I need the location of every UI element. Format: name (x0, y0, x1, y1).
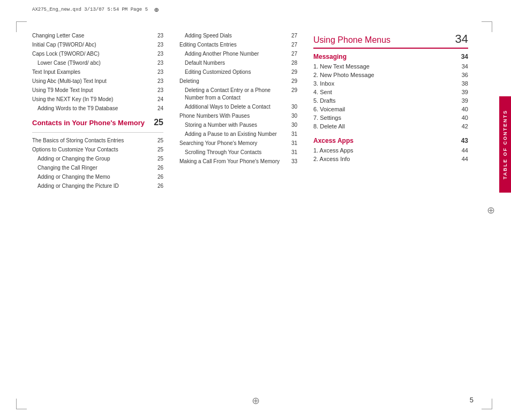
right-toc-entry: 4. Sent 39 (313, 89, 468, 95)
toc-entry: Adding or Changing the Group 25 (32, 155, 163, 163)
right-toc-num: 44 (462, 156, 468, 162)
right-toc-entry: 7. Settings 40 (313, 114, 468, 121)
toc-entry: Deleting a Contact Entry or a Phone Numb… (179, 87, 297, 102)
toc-num: 29 (287, 78, 297, 84)
toc-num: 24 (153, 96, 163, 102)
toc-label: Lower Case (T9word/ abc) (32, 59, 150, 67)
print-header: AX275_Eng_new.qxd 3/13/07 5:54 PM Page 5 (32, 5, 161, 14)
corner-mark-br (482, 399, 492, 409)
toc-num: 23 (153, 60, 163, 66)
toc-num: 33 (287, 158, 297, 164)
axcess-title: Axcess Apps (313, 137, 354, 144)
right-toc-label: 7. Settings (313, 114, 341, 121)
toc-entry: Initial Cap (T9WORD/ Abc) 23 (32, 41, 163, 49)
toc-entry: Adding a Pause to an Existing Number 31 (179, 131, 297, 138)
toc-num: 31 (287, 131, 297, 137)
messaging-num: 34 (461, 53, 468, 60)
toc-label: Using T9 Mode Text Input (32, 87, 150, 94)
col-right: Using Phone Menus 34 Messaging 34 1. New… (305, 32, 468, 393)
section-num: 25 (153, 118, 163, 127)
toc-entry: Options to Customize Your Contacts 25 (32, 146, 163, 154)
toc-label: Options to Customize Your Contacts (32, 146, 150, 154)
toc-entry: Adding Speed Dials 27 (179, 32, 297, 40)
toc-entry: Caps Lock (T9WORD/ ABC) 23 (32, 50, 163, 58)
right-toc-num: 40 (462, 114, 468, 121)
toc-label: Storing a Number with Pauses (179, 121, 284, 129)
right-toc-label: 2. Axcess Info (313, 156, 350, 162)
toc-entry: Scrolling Through Your Contacts 31 (179, 149, 297, 156)
toc-num: 25 (153, 138, 163, 143)
toc-entry: Adding Another Phone Number 27 (179, 50, 297, 58)
toc-num: 26 (153, 183, 163, 189)
toc-label: Initial Cap (T9WORD/ Abc) (32, 41, 150, 49)
right-toc-label: 5. Drafts (313, 97, 336, 104)
toc-label: Changing the Call Ringer (32, 164, 150, 172)
toc-num: 29 (287, 69, 297, 75)
toc-section-contacts: Contacts in Your Phone's Memory 25 (32, 118, 163, 128)
toc-num: 31 (287, 149, 297, 155)
toc-entry: Text Input Examples 23 (32, 68, 163, 76)
toc-num: 25 (153, 147, 163, 152)
toc-entry: Changing the Call Ringer 26 (32, 164, 163, 172)
right-section-num: 34 (455, 32, 468, 46)
toc-entry: Additional Ways to Delete a Contact 30 (179, 103, 297, 111)
page: AX275_Eng_new.qxd 3/13/07 5:54 PM Page 5… (0, 0, 511, 420)
toc-label: Making a Call From Your Phone's Memory (179, 158, 284, 165)
messaging-header: Messaging 34 (313, 53, 468, 60)
toc-entry: Deleting 29 (179, 78, 297, 85)
section-label: Contacts in Your Phone's Memory (32, 118, 150, 128)
section-divider (32, 132, 163, 133)
toc-num: 27 (287, 51, 297, 57)
toc-entry: Using Abc (Multi-tap) Text Input 23 (32, 78, 163, 85)
toc-num: 28 (287, 60, 297, 66)
toc-label: Deleting (179, 78, 284, 85)
toc-entry: Storing a Number with Pauses 30 (179, 121, 297, 129)
toc-label: Editing Customized Options (179, 68, 284, 76)
right-toc-num: 42 (462, 123, 468, 129)
toc-num: 23 (153, 42, 163, 48)
toc-label: Text Input Examples (32, 68, 150, 76)
toc-entry: Default Numbers 28 (179, 59, 297, 67)
toc-label: Changing Letter Case (32, 32, 150, 40)
toc-num: 30 (287, 122, 297, 128)
right-toc-num: 38 (462, 80, 468, 87)
side-tab: TABLE OF CONTENTS (499, 96, 511, 193)
toc-num: 23 (153, 87, 163, 93)
right-toc-num: 40 (462, 106, 468, 112)
toc-label: Adding Another Phone Number (179, 50, 284, 58)
toc-label: Adding a Pause to an Existing Number (179, 131, 284, 138)
toc-label: Adding or Changing the Group (32, 155, 150, 163)
right-toc-entry: 5. Drafts 39 (313, 97, 468, 104)
corner-mark-tr (482, 21, 492, 32)
toc-label: Default Numbers (179, 59, 284, 67)
toc-num: 31 (287, 140, 297, 146)
print-header-text: AX275_Eng_new.qxd 3/13/07 5:54 PM Page 5 (32, 7, 148, 12)
toc-label: Adding Words to the T9 Database (32, 105, 150, 112)
messaging-title: Messaging (313, 53, 347, 60)
toc-num: 23 (153, 69, 163, 75)
toc-section-header: Contacts in Your Phone's Memory 25 (32, 118, 163, 128)
toc-entry: Making a Call From Your Phone's Memory 3… (179, 158, 297, 165)
right-toc-num: 44 (462, 147, 468, 154)
page-number: 5 (470, 396, 474, 404)
toc-label: Phone Numbers With Pauses (179, 112, 284, 120)
toc-num: 26 (153, 165, 163, 171)
crosshair-icon (152, 5, 161, 14)
toc-label: The Basics of Storing Contacts Entries (32, 137, 150, 144)
toc-num: 30 (287, 113, 297, 119)
right-toc-entry: 6. Voicemail 40 (313, 106, 468, 112)
toc-num: 26 (153, 174, 163, 180)
toc-label: Using Abc (Multi-tap) Text Input (32, 78, 150, 85)
toc-entry: Editing Customized Options 29 (179, 68, 297, 76)
toc-num: 23 (153, 78, 163, 84)
corner-mark-bl (16, 399, 27, 409)
right-toc-entry: 8. Delete All 42 (313, 123, 468, 129)
right-toc-entry: 1. New Text Message 34 (313, 63, 468, 70)
toc-entry: Editing Contacts Entries 27 (179, 41, 297, 49)
col-left: Changing Letter Case 23 Initial Cap (T9W… (32, 32, 171, 393)
side-tab-text: TABLE OF CONTENTS (502, 110, 508, 179)
content-area: Changing Letter Case 23 Initial Cap (T9W… (32, 32, 468, 393)
toc-entry: Lower Case (T9word/ abc) 23 (32, 59, 163, 67)
toc-label: Additional Ways to Delete a Contact (179, 103, 284, 111)
right-toc-entry: 3. Inbox 38 (313, 80, 468, 87)
